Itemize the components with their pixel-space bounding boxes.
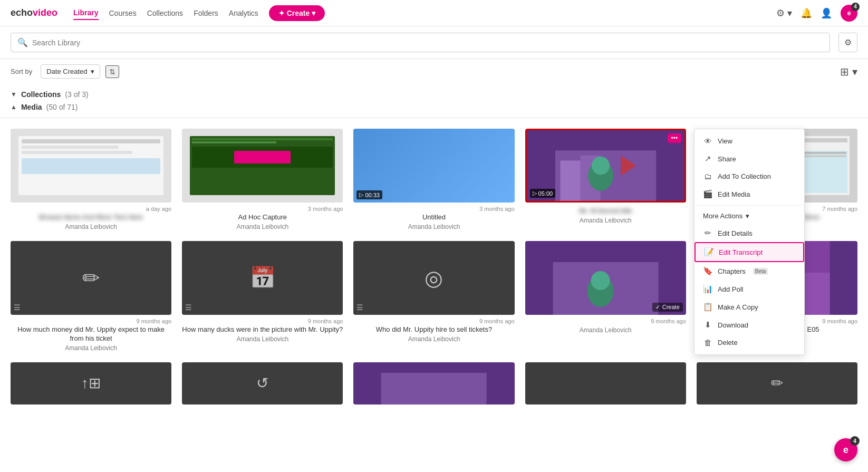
card-time: 3 months ago — [182, 206, 343, 212]
menu-item-share[interactable]: ↗ Share — [695, 150, 804, 168]
menu-label-download: Download — [718, 321, 748, 329]
more-options-button[interactable]: ••• — [668, 133, 681, 143]
card-time: 9 months ago — [525, 318, 686, 324]
media-card[interactable] — [353, 362, 514, 404]
menu-divider — [695, 205, 804, 206]
share-icon: ↗ — [703, 154, 712, 163]
svg-point-5 — [591, 157, 609, 175]
menu-item-edit-media[interactable]: 🎬 Edit Media — [695, 185, 804, 203]
sort-order-button[interactable]: ⇅ — [105, 65, 119, 78]
settings-icon[interactable]: ⚙ ▾ — [776, 7, 792, 19]
card-time: 9 months ago — [182, 318, 343, 324]
circle-thumb-icon: ◎ — [425, 266, 443, 290]
media-card[interactable] — [525, 362, 686, 404]
menu-label-edit-details: Edit Details — [718, 229, 753, 237]
card-author: Amanda Leibovich — [182, 335, 343, 343]
menu-item-chapters[interactable]: 🔖 Chapters Beta — [695, 262, 804, 280]
edit-media-icon: 🎬 — [703, 189, 712, 199]
grid-view-button[interactable]: ⊞ ▾ — [840, 65, 857, 78]
echo-bottom-badge[interactable]: e 4 — [834, 438, 857, 461]
menu-item-delete[interactable]: 🗑 Delete — [695, 334, 804, 351]
card-author: Amanda Leibovich — [353, 223, 514, 230]
menu-label-view: View — [718, 137, 732, 145]
context-menu: 👁 View ↗ Share 🗂 Add To Collection 🎬 Edi… — [694, 129, 805, 355]
list-icon: ☰ — [356, 303, 363, 312]
card-author: Amanda Leibovich — [11, 344, 171, 352]
menu-item-view[interactable]: 👁 View — [695, 132, 804, 150]
calendar-thumb-icon: 📅 — [249, 265, 276, 290]
user-icon[interactable]: 👤 — [821, 7, 832, 19]
menu-item-edit-transcript[interactable]: 📝 Edit Transcript — [695, 242, 804, 262]
media-chevron: ▲ — [11, 103, 17, 111]
media-card[interactable]: a day ago Browse Items And More Text Her… — [11, 129, 171, 230]
card-title: Who did Mr. Uppity hire to sell tickets? — [353, 325, 514, 334]
collections-chevron: ▼ — [11, 91, 17, 98]
more-actions-row[interactable]: More Actions ▾ — [695, 208, 804, 224]
nav-courses[interactable]: Courses — [109, 7, 137, 20]
media-card-active[interactable]: ▷ 05:00 ••• Mr. M blurred title Amanda L… — [525, 129, 686, 230]
card-time: 3 months ago — [353, 206, 514, 212]
menu-label-edit-transcript: Edit Transcript — [719, 248, 763, 256]
duration-badge: ▷ 00:33 — [356, 190, 382, 199]
sort-chevron: ▾ — [91, 68, 94, 75]
media-card[interactable]: ✓ Create 9 months ago Amanda Leibovich — [525, 241, 686, 352]
card-author: Amanda Leibovich — [11, 223, 171, 230]
media-thumb — [182, 129, 343, 203]
card-title: Untitled — [353, 213, 514, 222]
media-card[interactable]: ✏ ☰ 9 months ago How much money did Mr. … — [11, 241, 171, 352]
media-thumb — [11, 129, 171, 203]
echo360-badge[interactable]: e 4 — [841, 5, 857, 22]
media-thumb: ↑⊞ — [11, 362, 171, 404]
menu-item-add-collection[interactable]: 🗂 Add To Collection — [695, 168, 804, 185]
media-card[interactable]: ◎ ☰ 9 months ago Who did Mr. Uppity hire… — [353, 241, 514, 352]
media-card[interactable]: ↺ — [182, 362, 343, 404]
media-card[interactable]: ▷ 00:33 3 months ago Untitled Amanda Lei… — [353, 129, 514, 230]
badge-count: 4 — [851, 3, 860, 11]
list-icon: ☰ — [185, 303, 192, 312]
menu-item-edit-details[interactable]: ✏ Edit Details — [695, 224, 804, 242]
media-thumb: ▷ 00:33 — [353, 129, 514, 203]
media-header[interactable]: ▲ Media (50 of 71) — [11, 101, 857, 113]
create-button[interactable]: ✦ Create ▾ — [269, 5, 325, 21]
menu-item-add-poll[interactable]: 📊 Add Poll — [695, 280, 804, 298]
search-icon: 🔍 — [17, 37, 28, 47]
card-title: How many ducks were in the picture with … — [182, 325, 343, 334]
nav-folders[interactable]: Folders — [194, 7, 218, 20]
notification-icon[interactable]: 🔔 — [801, 7, 812, 19]
media-thumb: ✏ — [697, 362, 857, 404]
menu-item-download[interactable]: ⬇ Download — [695, 316, 804, 334]
media-card[interactable]: ↑⊞ — [11, 362, 171, 404]
media-label: Media — [21, 103, 42, 111]
media-card[interactable]: 📅 ☰ 9 months ago How many ducks were in … — [182, 241, 343, 352]
svg-rect-18 — [381, 373, 487, 404]
nav-collections[interactable]: Collections — [147, 7, 183, 20]
make-copy-icon: 📋 — [703, 302, 712, 312]
delete-icon: 🗑 — [703, 338, 712, 347]
menu-item-make-copy[interactable]: 📋 Make A Copy — [695, 298, 804, 316]
card-time: a day ago — [11, 206, 171, 212]
media-card[interactable]: 3 months ago Ad Hoc Capture Amanda Leibo… — [182, 129, 343, 230]
grid-chevron: ▾ — [852, 65, 857, 78]
menu-label-add-collection: Add To Collection — [718, 172, 771, 180]
nav-library[interactable]: Library — [73, 6, 98, 20]
nav-analytics[interactable]: Analytics — [229, 7, 258, 20]
beta-badge: Beta — [753, 268, 768, 275]
download-icon: ⬇ — [703, 320, 712, 330]
media-card[interactable]: ✏ — [697, 362, 857, 404]
media-grid: a day ago Browse Items And More Text Her… — [0, 118, 868, 415]
header-right: ⚙ ▾ 🔔 👤 e 4 — [776, 5, 857, 22]
filter-button[interactable]: ⚙ — [838, 33, 857, 52]
card-author: Amanda Leibovich — [525, 217, 686, 224]
media-thumb — [525, 362, 686, 404]
search-input-wrap[interactable]: 🔍 — [11, 33, 830, 52]
card-author: Amanda Leibovich — [182, 223, 343, 230]
menu-label-add-poll: Add Poll — [718, 285, 743, 293]
main-content: a day ago Browse Items And More Text Her… — [0, 118, 868, 471]
media-count: (50 of 71) — [46, 103, 78, 111]
collections-count: (3 of 3) — [65, 90, 88, 99]
collections-header[interactable]: ▼ Collections (3 of 3) — [11, 88, 857, 101]
logo[interactable]: echovideo — [11, 7, 57, 18]
card-author: Amanda Leibovich — [525, 326, 686, 334]
search-input[interactable] — [32, 38, 823, 47]
sort-select[interactable]: Date Created ▾ — [41, 64, 100, 79]
